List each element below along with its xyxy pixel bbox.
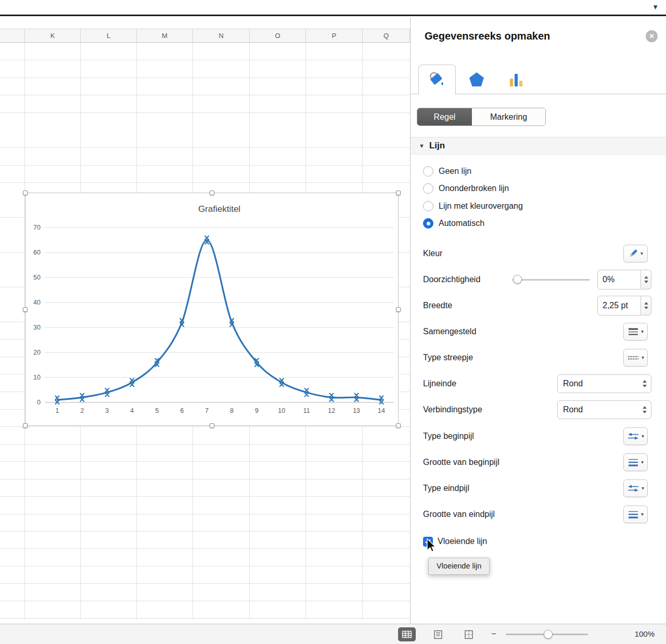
radio-circle[interactable] [423,166,433,176]
line-marker-segmented-control: Regel Markering [417,108,546,126]
slider-track[interactable] [512,279,590,281]
end-arrow-size-button[interactable]: ▾ [623,506,648,523]
row-lijneinde: Lijneinde Rond [423,374,651,393]
transparency-stepper[interactable] [641,270,651,289]
ribbon-collapse-arrow-icon[interactable]: ▼ [652,3,659,11]
arrow-type-icon [627,432,639,440]
verbindingstype-label: Verbindingstype [423,405,482,414]
svg-text:40: 40 [33,299,41,306]
column-header-L[interactable]: L [81,29,137,42]
column-header-M[interactable]: M [137,29,193,42]
row-type-beginpijl: Type beginpijl ▾ [423,427,651,446]
samengesteld-label: Samengesteld [423,327,476,336]
chart-resize-handle[interactable] [396,191,401,195]
slider-knob[interactable] [513,275,522,284]
row-doorzichtigheid: Doorzichtigheid 0% [423,270,651,289]
normal-view-button[interactable] [398,627,416,641]
svg-text:5: 5 [155,407,159,414]
dash-type-button[interactable]: ▾ [623,349,648,367]
caret-down-icon: ▾ [642,355,644,360]
stepper-up-icon[interactable] [644,276,648,279]
select-stepper[interactable] [643,406,647,413]
radio-automatisch[interactable]: Automatisch [423,215,523,233]
caret-down-icon: ▾ [641,512,644,517]
column-header-P[interactable]: P [306,29,363,42]
row-verbindingstype: Verbindingstype Rond [423,400,651,419]
line-width-stepper[interactable] [641,296,651,315]
chart-resize-handle[interactable] [23,307,28,312]
pentagon-shape-icon [468,71,485,89]
caret-down-icon: ▾ [641,460,644,465]
transparency-value-field[interactable]: 0% [597,270,641,289]
zoom-slider-knob[interactable] [544,630,553,639]
radio-circle[interactable] [423,183,433,194]
radio-circle[interactable] [423,201,433,211]
radio-lijn-met-kleurovergang[interactable]: Lijn met kleurovergang [423,197,523,215]
svg-text:10: 10 [33,374,41,381]
radio-geen-lijn[interactable]: Geen lijn [423,162,523,180]
stepper-down-icon[interactable] [643,411,647,413]
transparency-slider[interactable] [512,271,590,288]
column-header-blank[interactable] [0,29,25,42]
svg-text:20: 20 [33,349,41,356]
stepper-down-icon[interactable] [643,385,647,387]
compound-line-type-button[interactable]: ▾ [623,323,648,340]
svg-text:10: 10 [278,407,285,414]
kleur-label: Kleur [423,249,442,258]
column-header-N[interactable]: N [193,29,250,42]
close-button[interactable]: ✕ [646,30,658,42]
stepper-up-icon[interactable] [644,302,648,305]
page-layout-view-button[interactable] [429,627,447,641]
chart-resize-handle[interactable] [23,191,28,195]
section-lijn-header[interactable]: ▼ Lijn [411,137,666,155]
mouse-cursor [426,538,436,553]
section-title: Lijn [429,141,445,151]
cap-type-select[interactable]: Rond [557,374,651,393]
chart-resize-handle[interactable] [23,423,28,428]
zoom-out-icon[interactable]: − [491,629,496,639]
color-picker-button[interactable]: ▾ [623,245,648,262]
tab-fill-line[interactable] [418,65,456,95]
begin-arrow-type-button[interactable]: ▾ [623,427,648,445]
svg-text:7: 7 [205,407,209,414]
segment-markering[interactable]: Markering [472,108,545,125]
chart-resize-handle[interactable] [396,307,401,312]
chart-resize-handle[interactable] [396,423,401,428]
line-weights-icon [627,510,639,519]
radio-label: Lijn met kleurovergang [439,201,523,211]
radio-ononderbroken-lijn[interactable]: Ononderbroken lijn [423,180,523,198]
stepper-down-icon[interactable] [644,281,648,283]
segment-regel[interactable]: Regel [417,108,472,125]
chart-canvas: 0102030405060701234567891011121314Grafie… [25,193,398,425]
close-icon: ✕ [649,32,655,40]
end-arrow-type-button[interactable]: ▾ [623,479,648,497]
stepper-down-icon[interactable] [644,307,648,309]
tab-effects[interactable] [458,65,495,94]
chart-resize-handle[interactable] [210,423,214,428]
radio-circle-selected[interactable] [423,218,433,229]
page-break-view-button[interactable] [460,627,478,641]
stepper-up-icon[interactable] [643,380,647,383]
chart-resize-handle[interactable] [210,191,214,195]
svg-text:0: 0 [37,399,41,406]
column-headers[interactable]: KLMNOPQ [0,29,410,43]
svg-text:60: 60 [33,249,41,256]
type-eindpijl-label: Type eindpijl [423,484,469,493]
smooth-line-label[interactable]: Vloeiende lijn [438,537,487,546]
stepper-up-icon[interactable] [643,406,647,409]
select-stepper[interactable] [643,380,647,387]
lijneinde-label: Lijneinde [423,379,456,388]
join-type-select[interactable]: Rond [557,400,651,419]
line-width-field[interactable]: 2,25 pt [597,296,641,315]
column-header-K[interactable]: K [25,29,81,42]
format-data-series-panel: Gegevensreeks opmaken ✕ [410,18,666,624]
row-grootte-eindpijl: Grootte van eindpijl ▾ [423,505,651,524]
column-header-O[interactable]: O [250,29,306,42]
tab-chart-options[interactable] [497,65,535,94]
svg-text:2: 2 [80,407,84,414]
begin-arrow-size-button[interactable]: ▾ [623,453,648,471]
zoom-level: 100% [635,629,655,638]
embedded-chart[interactable]: 0102030405060701234567891011121314Grafie… [25,193,399,426]
row-vloeiende-lijn: Vloeiende lijn [423,532,651,551]
column-header-Q[interactable]: Q [363,29,410,42]
